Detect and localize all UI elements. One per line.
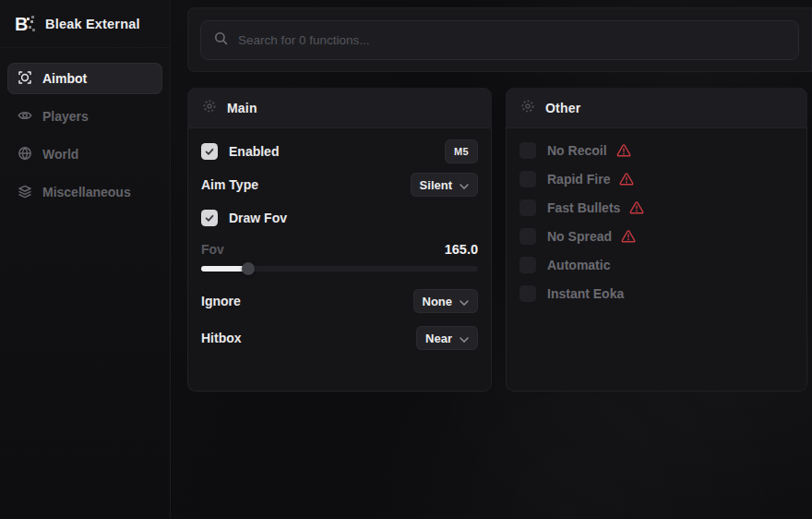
- sidebar-item-aimbot[interactable]: Aimbot: [7, 63, 162, 94]
- chevron-down-icon: [460, 330, 469, 346]
- sidebar-item-label: Aimbot: [42, 71, 87, 86]
- panel-main-header: Main: [187, 88, 492, 128]
- option-label: Instant Eoka: [547, 286, 624, 301]
- option-checkbox[interactable]: [519, 228, 536, 245]
- fov-slider[interactable]: [201, 262, 478, 275]
- panel-main: Main Enabled M5 Aim Type: [187, 88, 492, 392]
- globe-icon: [18, 146, 32, 163]
- other-option-row[interactable]: No Recoil: [519, 139, 794, 162]
- panel-title: Other: [545, 101, 580, 115]
- eye-icon: [18, 108, 32, 126]
- panel-title: Main: [227, 101, 257, 115]
- sidebar-item-players[interactable]: Players: [7, 101, 162, 132]
- other-option-row[interactable]: Instant Eoka: [519, 283, 794, 305]
- aim-type-label: Aim Type: [201, 177, 258, 192]
- aim-type-value: Silent: [420, 178, 452, 192]
- option-checkbox[interactable]: [519, 285, 536, 302]
- app-logo: B Bleak External: [0, 0, 170, 48]
- option-label: No Spread: [547, 229, 612, 244]
- enabled-checkbox[interactable]: [201, 143, 218, 160]
- sidebar-nav: Aimbot Players World: [7, 63, 162, 214]
- option-checkbox[interactable]: [519, 171, 536, 187]
- ignore-dropdown[interactable]: None: [413, 289, 479, 313]
- warning-icon: [619, 173, 634, 186]
- search-icon: [214, 31, 228, 49]
- app-title: Bleak External: [45, 17, 140, 31]
- other-option-row[interactable]: Fast Bullets: [519, 197, 794, 219]
- crosshair-icon: [18, 70, 32, 88]
- hitbox-dropdown[interactable]: Near: [416, 326, 478, 350]
- gear-icon: [520, 99, 535, 117]
- checkmark-icon: [204, 212, 215, 223]
- enabled-label: Enabled: [229, 144, 279, 159]
- hitbox-value: Near: [425, 332, 452, 345]
- gear-icon: [202, 99, 217, 117]
- option-label: No Recoil: [547, 143, 607, 158]
- warning-icon: [629, 201, 644, 214]
- other-option-row[interactable]: Automatic: [519, 254, 794, 276]
- other-option-row[interactable]: Rapid Fire: [519, 168, 794, 190]
- checkmark-icon: [204, 146, 215, 157]
- layers-icon: [18, 184, 32, 201]
- app-window: B Bleak External Aimbot: [0, 0, 812, 519]
- other-option-row[interactable]: No Spread: [519, 225, 794, 247]
- fov-value: 165.0: [445, 242, 478, 257]
- sidebar-item-label: Players: [42, 109, 89, 124]
- search-input[interactable]: [238, 33, 785, 47]
- option-checkbox[interactable]: [519, 142, 536, 159]
- option-checkbox[interactable]: [519, 199, 536, 216]
- panel-other-header: Other: [506, 88, 807, 128]
- ignore-label: Ignore: [201, 294, 241, 308]
- fov-slider-thumb[interactable]: [242, 262, 255, 275]
- option-label: Fast Bullets: [547, 200, 620, 215]
- panel-other: Other No Recoil Rapid Fire: [506, 88, 807, 392]
- option-label: Automatic: [547, 258, 610, 272]
- sidebar-item-world[interactable]: World: [7, 139, 162, 170]
- enabled-keybind-button[interactable]: M5: [445, 139, 478, 163]
- content-area: Main Enabled M5 Aim Type: [172, 0, 812, 519]
- warning-icon: [616, 144, 631, 157]
- chevron-down-icon: [460, 176, 469, 193]
- hitbox-label: Hitbox: [201, 331, 242, 345]
- sidebar-item-label: Miscellaneous: [42, 185, 131, 199]
- aim-type-dropdown[interactable]: Silent: [411, 173, 478, 197]
- option-label: Rapid Fire: [547, 172, 610, 187]
- sidebar-item-miscellaneous[interactable]: Miscellaneous: [7, 176, 162, 208]
- chevron-down-icon: [460, 293, 469, 309]
- sidebar: B Bleak External Aimbot: [0, 0, 171, 519]
- draw-fov-checkbox[interactable]: [201, 210, 218, 226]
- glitch-b-logo-icon: B: [15, 14, 35, 34]
- warning-icon: [621, 230, 636, 243]
- fov-label: Fov: [201, 242, 224, 257]
- search-box[interactable]: [200, 20, 799, 60]
- ignore-value: None: [423, 295, 453, 308]
- search-panel: [187, 7, 812, 72]
- draw-fov-label: Draw Fov: [229, 211, 287, 225]
- sidebar-item-label: World: [42, 147, 78, 162]
- option-checkbox[interactable]: [519, 257, 536, 273]
